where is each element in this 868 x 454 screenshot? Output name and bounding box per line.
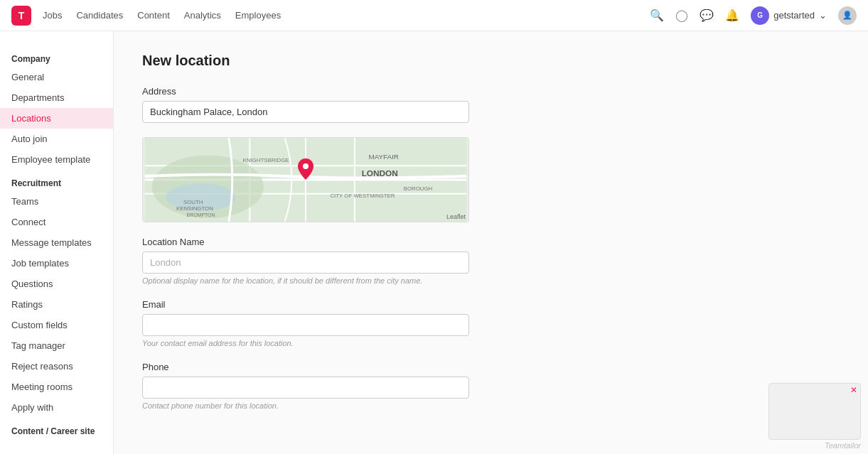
location-name-input[interactable] [142,252,469,274]
user-menu[interactable]: G getstarted ⌄ [751,6,827,25]
address-field: Address [142,86,469,123]
nav-content[interactable]: Content [137,10,170,21]
nav-links: Jobs Candidates Content Analytics Employ… [43,10,650,21]
nav-right: 🔍 ◯ 💬 🔔 G getstarted ⌄ 👤 [650,6,857,25]
map-container: MAYFAIR LONDON CITY OF WESTMINSTER KNIGH… [142,137,469,222]
sidebar-section-company: Company [0,45,113,67]
svg-text:CITY OF WESTMINSTER: CITY OF WESTMINSTER [330,193,395,199]
sidebar-item-reject-reasons[interactable]: Reject reasons [0,356,113,377]
page-title: New location [142,53,840,69]
map-credit: Leaflet [446,213,466,220]
search-icon[interactable]: 🔍 [650,9,664,22]
sidebar-item-ratings[interactable]: Ratings [0,294,113,315]
svg-text:KNIGHTSBRIDGE: KNIGHTSBRIDGE [243,157,289,163]
sidebar-item-message-templates[interactable]: Message templates [0,232,113,253]
svg-point-18 [303,163,309,169]
svg-text:BROMPTON: BROMPTON [187,212,215,217]
chevron-down-icon: ⌄ [819,10,827,21]
svg-text:SOUTH: SOUTH [183,199,203,205]
sidebar-item-custom-fields[interactable]: Custom fields [0,315,113,335]
sidebar-item-departments[interactable]: Departments [0,87,113,108]
nav-analytics[interactable]: Analytics [184,10,221,21]
sidebar-item-employee-template[interactable]: Employee template [0,149,113,170]
sidebar-item-autojoin[interactable]: Auto join [0,129,113,149]
sidebar: Company General Departments Locations Au… [0,31,114,454]
new-location-form: Address [142,86,469,410]
sidebar-item-apply-with[interactable]: Apply with [0,397,113,418]
top-nav: T Jobs Candidates Content Analytics Empl… [0,0,868,31]
nav-employees[interactable]: Employees [235,10,281,21]
svg-text:MAYFAIR: MAYFAIR [369,153,399,161]
corner-preview: ✕ [768,383,861,440]
nav-jobs[interactable]: Jobs [43,10,62,21]
corner-preview-close[interactable]: ✕ [850,385,857,395]
profile-avatar[interactable]: 👤 [838,6,857,25]
bell-icon[interactable]: 🔔 [725,9,739,22]
email-label: Email [142,299,469,310]
user-avatar: G [751,6,769,25]
avatar-icon: 👤 [842,11,852,20]
sidebar-section-content: Content / Career site [0,418,113,439]
sidebar-section-recruitment: Recruitment [0,170,113,191]
nav-candidates[interactable]: Candidates [76,10,123,21]
sidebar-item-locations[interactable]: Locations [0,108,113,129]
email-input[interactable] [142,314,469,336]
map-svg: MAYFAIR LONDON CITY OF WESTMINSTER KNIGH… [143,138,468,222]
sidebar-item-connect[interactable]: Connect [0,212,113,232]
svg-text:KENSINGTON: KENSINGTON [176,205,213,212]
main-layout: Company General Departments Locations Au… [0,31,868,454]
address-label: Address [142,86,469,97]
phone-field: Phone Contact phone number for this loca… [142,362,469,410]
message-icon[interactable]: 💬 [700,9,714,22]
check-circle-icon[interactable]: ◯ [675,9,688,22]
email-hint: Your contact email address for this loca… [142,339,469,347]
location-name-hint: Optional display name for the location, … [142,276,469,285]
sidebar-item-general[interactable]: General [0,67,113,87]
phone-hint: Contact phone number for this location. [142,401,469,410]
location-name-label: Location Name [142,237,469,247]
user-label: getstarted [773,10,815,21]
sidebar-item-tag-manager[interactable]: Tag manager [0,335,113,356]
main-content: New location Address [114,31,868,454]
location-name-field: Location Name Optional display name for … [142,237,469,285]
address-input[interactable] [142,101,469,123]
sidebar-item-questions[interactable]: Questions [0,274,113,294]
app-logo[interactable]: T [11,6,31,26]
brand-footer: Teamtailor [825,441,861,450]
sidebar-item-job-templates[interactable]: Job templates [0,253,113,274]
svg-text:BOROUGH: BOROUGH [404,185,433,192]
sidebar-item-meeting-rooms[interactable]: Meeting rooms [0,377,113,397]
phone-label: Phone [142,362,469,372]
phone-input[interactable] [142,377,469,399]
sidebar-item-teams[interactable]: Teams [0,191,113,212]
email-field: Email Your contact email address for thi… [142,299,469,347]
